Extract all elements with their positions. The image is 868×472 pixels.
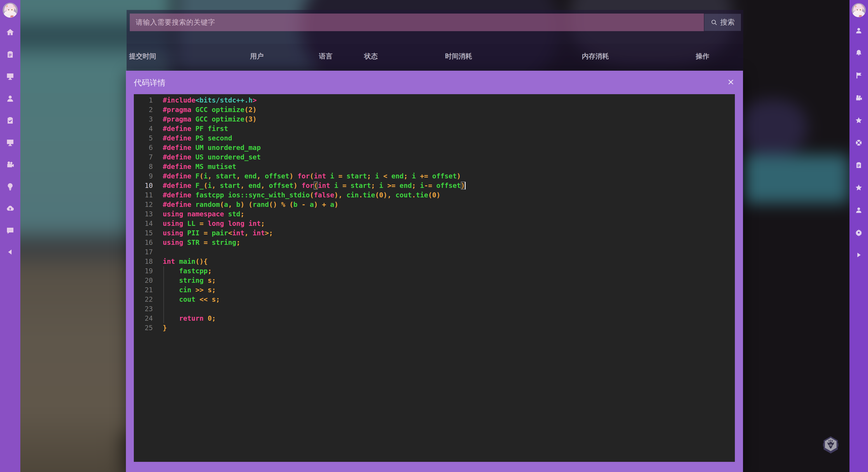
code-line: 21 cin >> s; (134, 285, 735, 295)
sidebar-item-cloud-upload[interactable] (0, 204, 20, 212)
avatar[interactable] (3, 3, 18, 18)
code-line: 20 string s; (134, 276, 735, 285)
column-header[interactable]: 用户 (250, 44, 264, 69)
line-number: 23 (134, 304, 153, 314)
sidebar-item-home[interactable] (0, 28, 20, 36)
sidebar-item-monitor[interactable] (0, 72, 20, 80)
code-line: 15using PII = pair<int, int>; (134, 228, 735, 238)
code-line: 12#define random(a, b) (rand() % (b - a)… (134, 200, 735, 209)
sidebar-item-lightbulb[interactable] (0, 182, 20, 191)
line-number: 7 (134, 153, 153, 162)
chat-icon (6, 227, 14, 235)
site-logo-badge: S (822, 436, 839, 454)
code-line: 14using LL = long long int; (134, 219, 735, 228)
line-number: 8 (134, 162, 153, 171)
search-bar: 搜索 (127, 10, 743, 35)
line-number: 13 (134, 209, 153, 219)
column-header[interactable]: 内存消耗 (582, 44, 609, 69)
code-line: 13using namespace std; (134, 209, 735, 219)
sidebar-item-play[interactable] (849, 251, 868, 259)
search-input[interactable] (130, 13, 704, 31)
code-line: 8#define MS mutiset (134, 162, 735, 171)
line-number: 1 (134, 96, 153, 105)
sidebar-item-monitor[interactable] (0, 138, 20, 146)
column-header[interactable]: 状态 (364, 44, 378, 69)
code-line: 5#define PS second (134, 133, 735, 143)
sidebar-item-video-camera[interactable] (0, 160, 20, 168)
code-line: 11#define fastcpp ios::sync_with_stdio(f… (134, 190, 735, 200)
line-number: 9 (134, 171, 153, 181)
code-line: 6#define UM unordered_map (134, 143, 735, 153)
sidebar-item-user[interactable] (0, 94, 20, 103)
code-line: 4#define PF first (134, 124, 735, 133)
sidebar-item-chat[interactable] (0, 227, 20, 235)
dialog-header: 代码详情 × (126, 71, 743, 94)
background-purple-glow (739, 99, 807, 156)
search-button[interactable]: 搜索 (704, 14, 741, 31)
clipboard-check-icon (6, 116, 14, 125)
line-number: 17 (134, 247, 153, 257)
sidebar-item-star[interactable] (849, 117, 868, 124)
line-number: 16 (134, 238, 153, 247)
sidebar-item-target[interactable] (849, 139, 868, 146)
lightbulb-icon (6, 182, 14, 191)
line-number: 4 (134, 124, 153, 133)
code-line: 1#include<bits/stdc++.h> (134, 96, 735, 105)
sidebar-item-clipboard[interactable] (849, 162, 868, 169)
sidebar-item-star[interactable] (849, 184, 868, 191)
code-line: 25} (134, 323, 735, 333)
line-number: 2 (134, 105, 153, 114)
code-line: 7#define US unordered_set (134, 153, 735, 162)
code-editor[interactable]: 1#include<bits/stdc++.h>2#pragma GCC opt… (134, 94, 735, 462)
line-number: 24 (134, 314, 153, 323)
screen: 搜索 提交时间用户语言状态时间消耗内存消耗操作 代码详情 × 1#include… (0, 0, 868, 472)
code-line: 23 (134, 304, 735, 314)
column-header[interactable]: 时间消耗 (445, 44, 472, 69)
sidebar-item-collapse-left[interactable] (0, 248, 20, 256)
star-icon (855, 117, 862, 124)
column-header[interactable]: 操作 (696, 44, 709, 69)
code-line: 16using STR = string; (134, 238, 735, 247)
line-number: 18 (134, 257, 153, 266)
home-icon (6, 28, 14, 36)
line-number: 12 (134, 200, 153, 209)
bell-icon (855, 49, 862, 57)
sidebar-item-clipboard-check[interactable] (0, 116, 20, 125)
line-number: 15 (134, 228, 153, 238)
search-button-label: 搜索 (720, 18, 735, 27)
avatar[interactable] (852, 3, 866, 17)
sidebar-item-clipboard[interactable] (0, 50, 20, 59)
sidebar-item-user[interactable] (849, 27, 868, 34)
video-camera-icon (855, 94, 862, 101)
sidebar-item-gear[interactable] (849, 229, 868, 236)
sidebar-item-bell[interactable] (849, 49, 868, 57)
column-header[interactable]: 语言 (319, 44, 333, 69)
code-line: 24 return 0; (134, 314, 735, 323)
close-icon[interactable]: × (727, 77, 735, 86)
user-icon (855, 27, 862, 34)
play-icon (855, 251, 862, 259)
left-sidebar (0, 0, 20, 472)
code-line: 17 (134, 247, 735, 257)
gear-icon (855, 229, 862, 236)
line-number: 25 (134, 323, 153, 333)
clipboard-icon (6, 50, 14, 59)
code-line: 18int main(){ (134, 257, 735, 266)
line-number: 14 (134, 219, 153, 228)
sidebar-item-user[interactable] (849, 206, 868, 214)
right-sidebar (849, 0, 868, 472)
sidebar-item-flag[interactable] (849, 72, 868, 79)
column-header[interactable]: 提交时间 (129, 44, 156, 69)
monitor-icon (6, 138, 14, 146)
line-number: 3 (134, 114, 153, 124)
video-camera-icon (6, 160, 14, 168)
line-number: 21 (134, 285, 153, 295)
text-cursor (465, 182, 466, 190)
cloud-upload-icon (6, 204, 14, 212)
line-number: 11 (134, 190, 153, 200)
flag-icon (855, 72, 862, 79)
code-line: 2#pragma GCC optimize(2) (134, 105, 735, 114)
sidebar-item-video-camera[interactable] (849, 94, 868, 101)
code-line: 9#define F(i, start, end, offset) for(in… (134, 171, 735, 181)
clipboard-icon (855, 162, 862, 169)
